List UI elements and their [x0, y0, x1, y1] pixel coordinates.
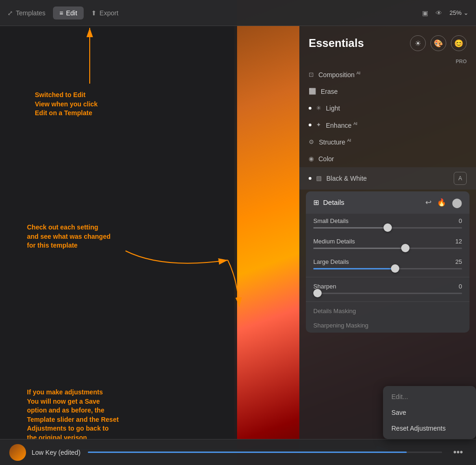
- sun-icon-button[interactable]: ☀: [410, 35, 426, 51]
- edit-label: Edit: [66, 9, 77, 17]
- details-toggle-button[interactable]: ⬤: [452, 197, 462, 208]
- face-icon-button[interactable]: 😊: [451, 35, 467, 51]
- medium-details-slider-row: Medium Details 12: [306, 234, 469, 255]
- annotation-edit: Switched to EditView when you clickEdit …: [35, 91, 98, 118]
- structure-label: Structure AI: [319, 138, 351, 146]
- details-controls: ↩ 🔥 ⬤: [425, 197, 462, 208]
- sharpen-value: 0: [459, 283, 462, 290]
- edit-button[interactable]: ≡ Edit: [53, 7, 84, 20]
- zoom-control[interactable]: 25% ⌄: [450, 9, 469, 16]
- small-details-value: 0: [459, 217, 462, 224]
- bottom-slider-fill: [88, 452, 407, 453]
- context-menu-edit[interactable]: Edit...: [383, 389, 476, 405]
- structure-icon: ⚙: [309, 138, 314, 145]
- large-details-track[interactable]: [313, 268, 462, 269]
- small-details-fill: [313, 227, 388, 229]
- templates-label: Templates: [16, 9, 46, 17]
- small-details-slider-row: Small Details 0: [306, 214, 469, 234]
- annotation-save-text: If you make adjustmentsYou will now get …: [27, 388, 119, 441]
- toolbar: ⤢ Templates ≡ Edit ⬆ Export ▣ 👁 25% ⌄: [0, 0, 476, 26]
- annotation-save: If you make adjustmentsYou will now get …: [27, 388, 119, 443]
- medium-details-fill: [313, 248, 405, 249]
- composition-icon: ⊡: [309, 71, 314, 78]
- bottom-slider[interactable]: [88, 452, 442, 453]
- erase-label: Erase: [321, 88, 338, 95]
- sharpen-track[interactable]: [313, 293, 462, 294]
- details-panel: ⊞ Details ↩ 🔥 ⬤ Small Details 0 Mediu: [306, 191, 469, 333]
- export-label: Export: [99, 9, 118, 17]
- enhance-dot: [309, 124, 311, 126]
- template-thumbnail: [9, 444, 26, 461]
- medium-details-value: 12: [456, 238, 462, 245]
- black-white-dot: [309, 177, 311, 180]
- enhance-label: Enhance AI: [326, 121, 357, 129]
- context-menu-reset[interactable]: Reset Adjustments: [383, 420, 476, 436]
- adjustment-erase[interactable]: ⬜ Erase: [299, 83, 476, 100]
- medium-details-track[interactable]: [313, 248, 462, 249]
- annotation-settings: Check out each settingand see what was c…: [27, 223, 111, 250]
- sharpen-slider-row: Sharpen 0: [306, 279, 469, 300]
- enhance-icon: ✦: [316, 121, 321, 128]
- large-details-label: Large Details: [313, 258, 349, 265]
- details-masking-label[interactable]: Details Masking: [306, 304, 469, 318]
- templates-button[interactable]: ⤢ Templates: [7, 9, 46, 17]
- view-toggle-icon[interactable]: ▣: [422, 9, 428, 17]
- black-white-label: Black & White: [326, 175, 367, 182]
- toolbar-right: ▣ 👁 25% ⌄: [422, 9, 469, 17]
- more-button[interactable]: •••: [450, 447, 467, 458]
- sharpening-masking-label[interactable]: Sharpening Masking: [306, 318, 469, 333]
- eye-icon[interactable]: 👁: [436, 9, 442, 17]
- medium-details-label: Medium Details: [313, 238, 355, 245]
- zoom-value: 25%: [450, 9, 462, 16]
- adjustment-composition[interactable]: ⊡ Composition AI: [299, 66, 476, 83]
- light-dot: [309, 107, 311, 110]
- details-title: ⊞ Details: [313, 198, 344, 207]
- light-label: Light: [326, 105, 340, 112]
- light-icon: ✳: [316, 105, 321, 111]
- context-menu-save[interactable]: Save: [383, 405, 476, 420]
- context-menu: Edit... Save Reset Adjustments: [383, 386, 476, 439]
- large-details-value: 25: [456, 258, 462, 265]
- adjustment-color[interactable]: ◉ Color: [299, 151, 476, 167]
- adjustment-light[interactable]: ✳ Light: [299, 100, 476, 117]
- edit-icon: ≡: [60, 9, 63, 17]
- bottom-bar: Low Key (edited) •••: [0, 439, 476, 465]
- composition-label: Composition AI: [318, 71, 360, 79]
- black-white-icon: ▧: [316, 175, 322, 182]
- panel-title: Essentials: [309, 37, 364, 50]
- annotation-edit-text: Switched to EditView when you clickEdit …: [35, 91, 98, 117]
- annotation-settings-text: Check out each settingand see what was c…: [27, 223, 111, 249]
- adjustment-enhance[interactable]: ✦ Enhance AI: [299, 117, 476, 134]
- large-details-thumb[interactable]: [391, 264, 399, 273]
- pro-badge: PRO: [456, 59, 467, 64]
- details-fire-button[interactable]: 🔥: [437, 198, 446, 207]
- export-button[interactable]: ⬆ Export: [91, 9, 118, 17]
- large-details-slider-row: Large Details 25: [306, 255, 469, 275]
- small-details-track[interactable]: [313, 227, 462, 229]
- templates-icon: ⤢: [7, 9, 13, 17]
- details-header: ⊞ Details ↩ 🔥 ⬤: [306, 191, 469, 214]
- sharpen-thumb[interactable]: [313, 289, 322, 297]
- color-icon: ◉: [309, 155, 314, 162]
- details-undo-button[interactable]: ↩: [425, 198, 431, 207]
- erase-icon: ⬜: [309, 88, 316, 95]
- export-icon: ⬆: [91, 9, 97, 17]
- panel-header: Essentials ☀ 🎨 😊: [299, 26, 476, 59]
- black-white-expand-button[interactable]: A: [454, 172, 467, 185]
- divider2: [306, 301, 469, 302]
- large-details-fill: [313, 268, 395, 269]
- details-grid-icon: ⊞: [313, 198, 319, 207]
- template-name: Low Key (edited): [32, 449, 80, 456]
- small-details-thumb[interactable]: [383, 223, 392, 232]
- adjustment-black-white[interactable]: ▧ Black & White A: [299, 167, 476, 190]
- zoom-chevron-icon: ⌄: [463, 9, 469, 16]
- palette-icon-button[interactable]: 🎨: [430, 35, 446, 51]
- adjustment-structure[interactable]: ⚙ Structure AI: [299, 133, 476, 151]
- small-details-label: Small Details: [313, 217, 349, 224]
- color-label: Color: [318, 155, 334, 163]
- divider: [306, 277, 469, 277]
- medium-details-thumb[interactable]: [401, 244, 410, 252]
